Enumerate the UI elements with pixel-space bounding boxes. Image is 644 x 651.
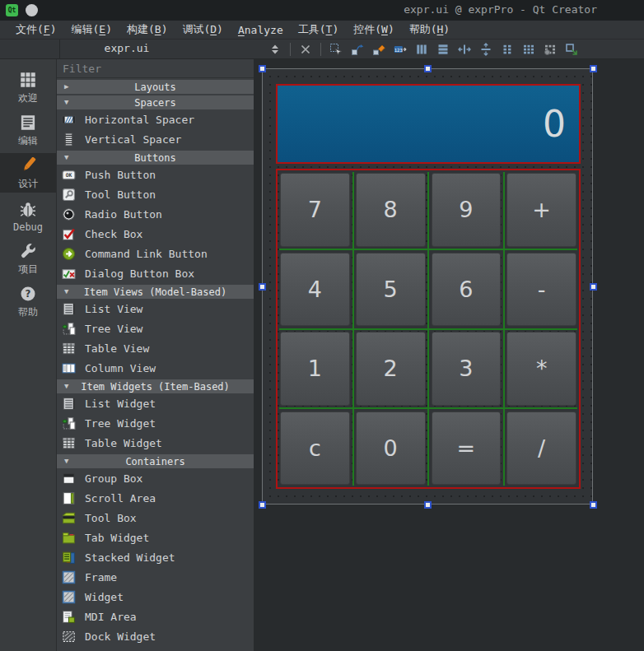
selection-handle[interactable]: [590, 501, 597, 509]
selection-handle[interactable]: [259, 283, 266, 291]
widget-category-label: Item Widgets (Item-Based): [81, 381, 230, 393]
widget-category-layouts[interactable]: ▶Layouts: [57, 80, 254, 94]
window-control-icon[interactable]: [26, 4, 38, 16]
calc-button-plus[interactable]: +: [506, 173, 576, 247]
menu-item-5[interactable]: 工具(T): [291, 21, 346, 39]
widget-item-command-link-button[interactable]: Command Link Button: [57, 244, 254, 263]
calc-button-4[interactable]: 4: [280, 253, 350, 327]
calc-button-7[interactable]: 7: [280, 173, 350, 247]
menu-item-6[interactable]: 控件(W): [346, 21, 401, 39]
widget-item-widget[interactable]: Widget: [57, 587, 254, 607]
selection-handle[interactable]: [590, 65, 597, 72]
widget-item-mdi-area[interactable]: MDI Area: [57, 607, 254, 626]
listview-icon: [62, 302, 76, 316]
calc-button-6[interactable]: 6: [432, 253, 502, 327]
widget-item-tab-widget[interactable]: Tab Widget: [57, 528, 254, 547]
widget-item-list-view[interactable]: List View: [57, 299, 254, 319]
edit-tab-order-icon[interactable]: 123: [394, 43, 407, 56]
document-selector[interactable]: expr.ui: [0, 42, 254, 54]
widget-item-frame[interactable]: Frame: [57, 567, 254, 587]
widget-item-tree-widget[interactable]: Tree Widget: [57, 413, 254, 433]
calc-button-5[interactable]: 5: [356, 253, 426, 327]
selection-handle[interactable]: [424, 501, 432, 509]
mode-help[interactable]: ?帮助: [0, 281, 56, 321]
calc-button-8[interactable]: 8: [356, 173, 426, 247]
widget-item-radio-button[interactable]: Radio Button: [57, 204, 254, 224]
mode-welcome[interactable]: 欢迎: [0, 67, 56, 107]
edit-buddies-icon[interactable]: [372, 43, 385, 56]
document-updown-icon[interactable]: [268, 43, 282, 56]
calc-button-equals[interactable]: =: [432, 412, 502, 486]
widget-item-label: Dock Widget: [85, 630, 156, 643]
widget-item-tool-button[interactable]: Tool Button: [57, 184, 254, 204]
widget-item-push-button[interactable]: OKPush Button: [57, 165, 254, 184]
widget-item-dialog-button-box[interactable]: Dialog Button Box: [57, 263, 254, 283]
widget-item-table-widget[interactable]: Table Widget: [57, 433, 254, 453]
toolbox-icon: [62, 511, 76, 525]
selection-handle[interactable]: [259, 65, 266, 72]
widget-item-list-widget[interactable]: List Widget: [57, 393, 254, 413]
treeview-icon: [62, 416, 76, 430]
widget-item-label: Table Widget: [85, 437, 162, 449]
mode-projects[interactable]: 项目: [0, 239, 56, 278]
calc-button-9[interactable]: 9: [432, 173, 502, 247]
calc-button-c[interactable]: c: [280, 412, 350, 486]
calc-button-0[interactable]: 0: [356, 412, 426, 486]
selection-handle[interactable]: [424, 65, 432, 72]
designed-form-canvas[interactable]: 0 789+456-123*c0=/: [262, 68, 593, 505]
menu-item-3[interactable]: 调试(D): [175, 21, 230, 39]
widget-item-table-view[interactable]: Table View: [57, 338, 254, 358]
widget-item-horizontal-spacer[interactable]: Horizontal Spacer: [57, 109, 254, 129]
widget-category-item-views-model-based[interactable]: ▼Item Views (Model-Based): [57, 285, 254, 299]
widget-item-scroll-area[interactable]: Scroll Area: [57, 488, 254, 508]
widget-category-spacers[interactable]: ▼Spacers: [57, 95, 254, 109]
calculator-display[interactable]: 0: [276, 84, 581, 164]
edit-signals-slots-icon[interactable]: [351, 43, 364, 56]
title-bar: Qt expr.ui @ exprPro - Qt Creator: [0, 0, 644, 21]
welcome-icon: [20, 69, 36, 91]
widget-category-buttons[interactable]: ▼Buttons: [57, 151, 254, 165]
widget-category-containers[interactable]: ▼Containers: [57, 454, 254, 468]
widget-filter-input[interactable]: [57, 59, 254, 78]
layout-horizontal-splitter-icon[interactable]: [458, 43, 471, 56]
menu-item-7[interactable]: 帮助(H): [402, 21, 457, 39]
adjust-size-icon[interactable]: [565, 43, 578, 56]
calc-button-2[interactable]: 2: [356, 332, 426, 406]
mode-debug[interactable]: Debug: [0, 196, 56, 235]
widget-item-stacked-widget[interactable]: Stacked Widget: [57, 547, 254, 567]
edit-widgets-icon[interactable]: [329, 43, 343, 56]
calc-button-multiply[interactable]: *: [506, 332, 576, 406]
commandlink-icon: [62, 247, 76, 261]
dialogbuttonbox-icon: [62, 267, 76, 281]
menu-item-1[interactable]: 编辑(E): [63, 21, 119, 39]
widget-item-tree-view[interactable]: Tree View: [57, 319, 254, 338]
menu-item-2[interactable]: 构建(B): [119, 21, 175, 39]
break-layout-icon[interactable]: [544, 43, 557, 56]
calc-button-1[interactable]: 1: [280, 332, 350, 406]
calc-button-minus[interactable]: -: [506, 253, 576, 327]
close-document-icon[interactable]: [299, 43, 312, 56]
mode-design[interactable]: 设计: [0, 153, 56, 193]
selection-handle[interactable]: [590, 283, 597, 291]
layout-horizontal-icon[interactable]: [415, 43, 428, 56]
menu-item-0[interactable]: 文件(F): [8, 21, 63, 39]
toolbutton-icon: [62, 188, 76, 202]
widget-item-dock-widget[interactable]: Dock Widget: [57, 626, 254, 646]
widget-item-vertical-spacer[interactable]: Vertical Spacer: [57, 129, 254, 149]
widget-item-column-view[interactable]: Column View: [57, 358, 254, 378]
widget-item-tool-box[interactable]: Tool Box: [57, 508, 254, 528]
layout-grid-icon[interactable]: [522, 43, 535, 56]
layout-vertical-splitter-icon[interactable]: [479, 43, 492, 56]
layout-form-icon[interactable]: [501, 43, 514, 56]
menu-item-4[interactable]: Analyze: [231, 22, 291, 38]
widget-item-group-box[interactable]: Group Box: [57, 468, 254, 488]
radiobutton-icon: [62, 207, 76, 221]
calc-button-divide[interactable]: /: [506, 412, 576, 486]
widget-item-check-box[interactable]: Check Box: [57, 224, 254, 244]
layout-vertical-icon[interactable]: [436, 43, 450, 56]
selection-handle[interactable]: [259, 501, 266, 509]
mode-edit[interactable]: 编辑: [0, 110, 56, 150]
widget-item-label: Dialog Button Box: [85, 267, 194, 280]
calc-button-3[interactable]: 3: [432, 332, 502, 406]
widget-category-item-widgets-item-based[interactable]: ▼Item Widgets (Item-Based): [57, 379, 254, 393]
